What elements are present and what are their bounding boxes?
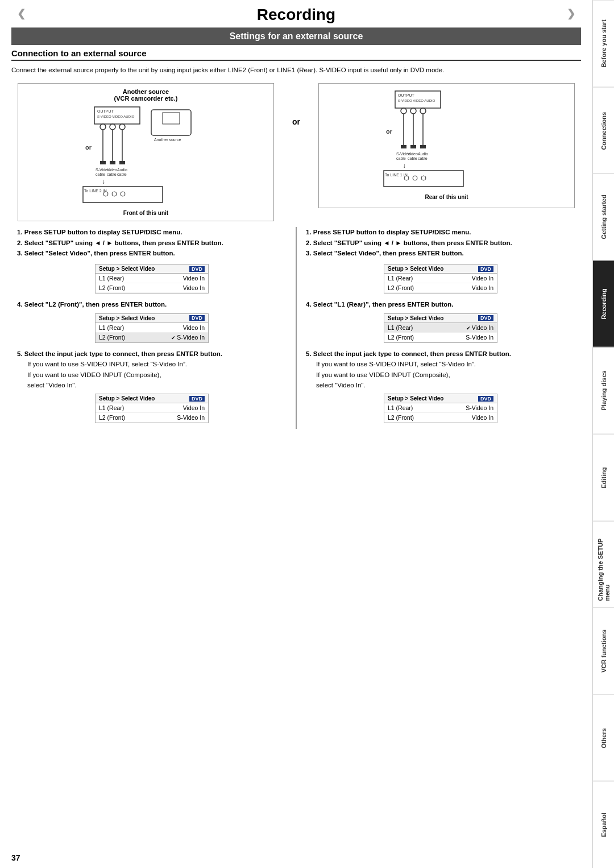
svg-point-4 <box>110 124 115 130</box>
right-step-4: 4. Select "L1 (Rear)", then press ENTER … <box>306 299 575 309</box>
svg-text:To LINE 1 IN: To LINE 1 IN <box>385 173 408 177</box>
left-menu-1-header: Setup > Select Video DVD <box>96 264 208 274</box>
left-menu-3: Setup > Select Video DVD L1 (Rear) Video… <box>95 394 209 423</box>
left-steps-1-3: 1. Press SETUP button to display SETUP/D… <box>17 227 287 258</box>
left-step-5-detail2: If you want to use VIDEO INPUT (Composit… <box>27 370 287 380</box>
main-content: Recording Settings for an external sourc… <box>0 0 592 440</box>
right-menu-3: Setup > Select Video DVD L1 (Rear) S-Vid… <box>384 394 497 423</box>
svg-text:Another source: Another source <box>154 138 181 142</box>
right-step-5-detail2: If you want to use VIDEO INPUT (Composit… <box>316 370 575 380</box>
left-diagram-svg: OUTPUT S-VIDEO VIDEO AUDIO Another sourc… <box>77 104 214 206</box>
left-menu-3-header: Setup > Select Video DVD <box>96 394 208 403</box>
svg-text:↓: ↓ <box>102 177 105 185</box>
tab-connections[interactable]: Connections <box>593 87 614 174</box>
left-menu-2-row-2-selected: L2 (Front) ✔S-Video In <box>96 333 208 342</box>
tab-recording[interactable]: Recording <box>593 261 614 348</box>
right-menu-2-row-2: L2 (Front) S-Video In <box>384 333 497 342</box>
right-menu-3-title: Setup > Select Video <box>388 395 443 402</box>
right-steps-1-3: 1. Press SETUP button to display SETUP/D… <box>306 227 575 258</box>
svg-text:OUTPUT: OUTPUT <box>97 109 114 113</box>
right-menu-2-title: Setup > Select Video <box>388 315 443 321</box>
tab-vcr-functions[interactable]: VCR functions <box>593 607 614 695</box>
left-col: 1. Press SETUP button to display SETUP/D… <box>11 227 292 429</box>
section-title: Settings for an external source <box>11 28 581 45</box>
svg-text:OUTPUT: OUTPUT <box>398 93 415 97</box>
svg-text:Audio: Audio <box>117 168 127 172</box>
left-menu-3-title: Setup > Select Video <box>99 395 155 402</box>
svg-text:or: or <box>85 144 92 151</box>
left-menu-1-row-1: L1 (Rear) Video In <box>96 274 208 283</box>
svg-point-5 <box>119 124 125 130</box>
svg-point-52 <box>421 176 426 180</box>
right-step-5-detail3: select "Video In". <box>316 380 575 390</box>
svg-text:↓: ↓ <box>403 162 406 170</box>
tab-before-you-start[interactable]: Before you start <box>593 0 614 87</box>
left-menu-3-badge: DVD <box>189 396 205 402</box>
right-menu-1-title: Setup > Select Video <box>388 266 443 272</box>
tab-editing[interactable]: Editing <box>593 434 614 521</box>
right-menu-3-row-2: L2 (Front) Video In <box>384 413 497 423</box>
left-diagram-label: Another source(VCR camcorder etc.) <box>114 88 178 102</box>
page-number: 37 <box>11 853 20 862</box>
svg-rect-38 <box>401 145 406 148</box>
svg-rect-6 <box>151 110 191 135</box>
right-menu-1: Setup > Select Video DVD L1 (Rear) Video… <box>384 264 497 294</box>
left-menu-1-row-2: L2 (Front) Video In <box>96 283 208 293</box>
svg-text:Video: Video <box>408 152 418 156</box>
left-menu-1: Setup > Select Video DVD L1 (Rear) Video… <box>95 264 209 294</box>
right-step-2: 2. Select "SETUP" using ◄ / ► buttons, t… <box>306 238 575 248</box>
svg-text:To LINE 2 IN: To LINE 2 IN <box>84 189 107 193</box>
svg-text:S-VIDEO  VIDEO  AUDIO: S-VIDEO VIDEO AUDIO <box>97 115 135 118</box>
tab-playing-discs[interactable]: Playing discs <box>593 347 614 434</box>
instructions-columns: 1. Press SETUP button to display SETUP/D… <box>11 227 581 429</box>
right-col: 1. Press SETUP button to display SETUP/D… <box>300 227 581 429</box>
svg-text:cable: cable <box>418 156 428 160</box>
right-menu-1-header: Setup > Select Video DVD <box>384 264 497 274</box>
right-menu-2-row-1-selected: L1 (Rear) ✔Video In <box>384 323 497 333</box>
left-menu-1-title: Setup > Select Video <box>99 266 155 272</box>
column-divider <box>296 227 297 429</box>
left-menu-2-title: Setup > Select Video <box>99 315 155 321</box>
tab-others[interactable]: Others <box>593 695 614 782</box>
svg-point-51 <box>413 176 417 180</box>
svg-rect-14 <box>119 161 125 164</box>
svg-text:Audio: Audio <box>418 152 428 156</box>
left-menu-3-row-2: L2 (Front) S-Video In <box>96 413 208 423</box>
left-menu-2-row-1: L1 (Rear) Video In <box>96 323 208 333</box>
left-step-5: 5. Select the input jack type to connect… <box>17 349 287 359</box>
tab-getting-started[interactable]: Getting started <box>593 173 614 261</box>
left-diagram-caption: Front of this unit <box>123 210 168 216</box>
svg-point-33 <box>420 108 426 114</box>
subsection-title: Connection to an external source <box>11 48 581 61</box>
svg-text:Video: Video <box>107 168 117 172</box>
right-step-3: 3. Select "Select Video", then press ENT… <box>306 248 575 258</box>
right-menu-1-badge: DVD <box>478 266 493 272</box>
right-menu-1-row-2: L2 (Front) Video In <box>384 283 497 293</box>
svg-text:cable: cable <box>117 172 127 176</box>
page-title: Recording <box>11 0 581 28</box>
svg-rect-12 <box>100 161 106 164</box>
right-menu-2-header: Setup > Select Video DVD <box>384 314 497 323</box>
right-menu-2-badge: DVD <box>478 315 493 321</box>
right-step-5-detail1: If you want to use S-VIDEO INPUT, select… <box>316 359 575 369</box>
svg-point-31 <box>401 108 406 114</box>
svg-point-27 <box>121 192 125 196</box>
right-step-5: 5. Select the input jack type to connect… <box>306 349 575 359</box>
page-title-text: Recording <box>257 6 335 23</box>
right-menu-3-header: Setup > Select Video DVD <box>384 394 497 403</box>
svg-text:cable: cable <box>107 172 117 176</box>
right-menu-3-row-1: L1 (Rear) S-Video In <box>384 403 497 413</box>
svg-rect-13 <box>110 161 115 164</box>
left-step-5-detail3: select "Video In". <box>27 380 287 390</box>
left-step-5-detail1: If you want to use S-VIDEO INPUT, select… <box>27 359 287 369</box>
svg-text:cable: cable <box>96 172 105 176</box>
left-step-2: 2. Select "SETUP" using ◄ / ► buttons, t… <box>17 238 287 248</box>
left-menu-2: Setup > Select Video DVD L1 (Rear) Video… <box>95 313 209 343</box>
tab-changing-setup[interactable]: Changing the SETUP menu <box>593 521 614 608</box>
left-menu-3-row-1: L1 (Rear) Video In <box>96 403 208 413</box>
svg-text:cable: cable <box>408 156 417 160</box>
right-diagram-caption: Rear of this unit <box>425 194 468 200</box>
tab-espanol[interactable]: Español <box>593 781 614 868</box>
left-menu-2-header: Setup > Select Video DVD <box>96 314 208 323</box>
side-tabs: Before you start Connections Getting sta… <box>592 0 614 868</box>
